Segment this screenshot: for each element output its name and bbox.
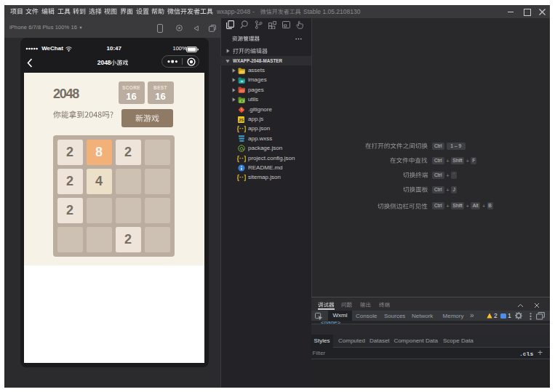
svg-text:{··}: {··} xyxy=(237,174,246,181)
svg-text:JS: JS xyxy=(239,118,244,122)
svg-text:{··}: {··} xyxy=(237,155,246,162)
svg-text:{··}: {··} xyxy=(237,125,246,132)
